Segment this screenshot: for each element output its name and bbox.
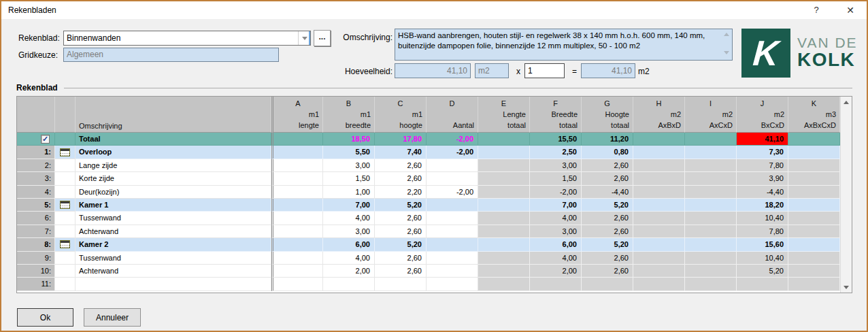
browse-button[interactable]: ... — [314, 30, 331, 46]
row-label-cell[interactable] — [76, 278, 271, 290]
cell-1-H[interactable] — [633, 146, 685, 159]
cell-11-K[interactable] — [788, 278, 840, 290]
cell-2-G[interactable]: 2,60 — [582, 159, 633, 172]
row-number[interactable]: 1: — [17, 146, 55, 159]
cell-10-J[interactable]: 5,20 — [737, 265, 788, 278]
cell-2-E[interactable] — [478, 159, 530, 172]
cell-6-C[interactable]: 2,60 — [375, 212, 427, 225]
cell-4-A[interactable] — [271, 186, 323, 199]
cell-0-K[interactable] — [788, 133, 840, 146]
cell-5-K[interactable] — [788, 199, 840, 212]
row-number[interactable]: 3: — [17, 172, 55, 185]
row-number[interactable]: 4: — [17, 186, 55, 199]
cell-1-C[interactable]: 7,40 — [375, 146, 427, 159]
cell-9-B[interactable]: 4,00 — [323, 252, 375, 265]
cell-9-I[interactable] — [685, 252, 737, 265]
cell-3-D[interactable] — [427, 172, 478, 185]
cell-7-E[interactable] — [478, 225, 530, 238]
cell-7-H[interactable] — [633, 225, 685, 238]
row-label-cell[interactable]: Deur(kozijn) — [76, 186, 271, 199]
scroll-up-icon[interactable] — [723, 33, 730, 38]
row-label-cell[interactable]: Achterwand — [76, 225, 271, 238]
cell-6-D[interactable] — [427, 212, 478, 225]
cell-8-G[interactable]: 5,20 — [582, 238, 633, 251]
cell-8-I[interactable] — [685, 238, 737, 251]
cell-6-G[interactable]: 2,60 — [582, 212, 633, 225]
cell-1-A[interactable] — [271, 146, 323, 159]
row-label-cell[interactable]: Tussenwand — [76, 252, 271, 265]
cell-11-B[interactable] — [323, 278, 375, 290]
cell-11-A[interactable] — [271, 278, 323, 290]
cell-3-F[interactable]: 1,50 — [530, 172, 582, 185]
cell-4-I[interactable] — [685, 186, 737, 199]
cell-8-J[interactable]: 15,60 — [737, 238, 788, 251]
cell-6-B[interactable]: 4,00 — [323, 212, 375, 225]
cell-1-E[interactable] — [478, 146, 530, 159]
cell-7-I[interactable] — [685, 225, 737, 238]
cell-4-D[interactable]: -2,00 — [427, 186, 478, 199]
cell-4-K[interactable] — [788, 186, 840, 199]
cell-8-A[interactable] — [271, 238, 323, 251]
ok-button[interactable]: Ok — [17, 308, 73, 327]
scrollbar-down-icon[interactable] — [841, 282, 852, 293]
cell-11-E[interactable] — [478, 278, 530, 290]
cell-3-J[interactable]: 3,90 — [737, 172, 788, 185]
cell-4-J[interactable]: -4,40 — [737, 186, 788, 199]
row-number[interactable]: 7: — [17, 225, 55, 238]
cell-6-I[interactable] — [685, 212, 737, 225]
cell-0-H[interactable] — [633, 133, 685, 146]
cell-7-F[interactable]: 3,00 — [530, 225, 582, 238]
cell-8-F[interactable]: 6,00 — [530, 238, 582, 251]
cell-3-K[interactable] — [788, 172, 840, 185]
cell-2-C[interactable]: 2,60 — [375, 159, 427, 172]
cell-3-H[interactable] — [633, 172, 685, 185]
cell-3-I[interactable] — [685, 172, 737, 185]
row-number[interactable]: 6: — [17, 212, 55, 225]
cell-4-F[interactable]: -2,00 — [530, 186, 582, 199]
cell-2-H[interactable] — [633, 159, 685, 172]
cell-6-E[interactable] — [478, 212, 530, 225]
cell-1-K[interactable] — [788, 146, 840, 159]
cell-2-F[interactable]: 3,00 — [530, 159, 582, 172]
cell-5-F[interactable]: 7,00 — [530, 199, 582, 212]
cell-10-E[interactable] — [478, 265, 530, 278]
cell-3-A[interactable] — [271, 172, 323, 185]
row-number[interactable]: 10: — [17, 265, 55, 278]
cell-5-B[interactable]: 7,00 — [323, 199, 375, 212]
cell-9-J[interactable]: 10,40 — [737, 252, 788, 265]
cell-6-J[interactable]: 10,40 — [737, 212, 788, 225]
cell-8-H[interactable] — [633, 238, 685, 251]
cell-6-K[interactable] — [788, 212, 840, 225]
row-number[interactable]: ✓ — [17, 133, 55, 146]
cell-10-B[interactable]: 2,00 — [323, 265, 375, 278]
cell-2-A[interactable] — [271, 159, 323, 172]
cell-4-C[interactable]: 2,20 — [375, 186, 427, 199]
cell-1-J[interactable]: 7,30 — [737, 146, 788, 159]
cell-9-G[interactable]: 2,60 — [582, 252, 633, 265]
cell-0-J[interactable]: 41,10 — [737, 133, 788, 146]
cell-2-B[interactable]: 3,00 — [323, 159, 375, 172]
cell-10-I[interactable] — [685, 265, 737, 278]
cell-7-A[interactable] — [271, 225, 323, 238]
row-number[interactable]: 2: — [17, 159, 55, 172]
cell-5-J[interactable]: 18,20 — [737, 199, 788, 212]
cell-11-G[interactable] — [582, 278, 633, 290]
vertical-scrollbar[interactable] — [840, 97, 852, 293]
cell-1-D[interactable]: -2,00 — [427, 146, 478, 159]
cell-5-A[interactable] — [271, 199, 323, 212]
cell-4-B[interactable]: 1,00 — [323, 186, 375, 199]
cell-9-C[interactable]: 2,60 — [375, 252, 427, 265]
cell-9-K[interactable] — [788, 252, 840, 265]
row-label-cell[interactable]: Totaal — [76, 133, 271, 146]
help-button[interactable]: ? — [804, 1, 829, 19]
cell-4-G[interactable]: -4,40 — [582, 186, 633, 199]
cell-10-D[interactable] — [427, 265, 478, 278]
close-button[interactable]: ✕ — [838, 1, 863, 19]
cell-2-J[interactable]: 7,80 — [737, 159, 788, 172]
cell-0-I[interactable] — [685, 133, 737, 146]
cell-0-E[interactable] — [478, 133, 530, 146]
row-label-cell[interactable]: Kamer 2 — [76, 238, 271, 251]
cell-11-I[interactable] — [685, 278, 737, 290]
cell-3-G[interactable]: 2,60 — [582, 172, 633, 185]
row-number[interactable]: 5: — [17, 199, 55, 212]
